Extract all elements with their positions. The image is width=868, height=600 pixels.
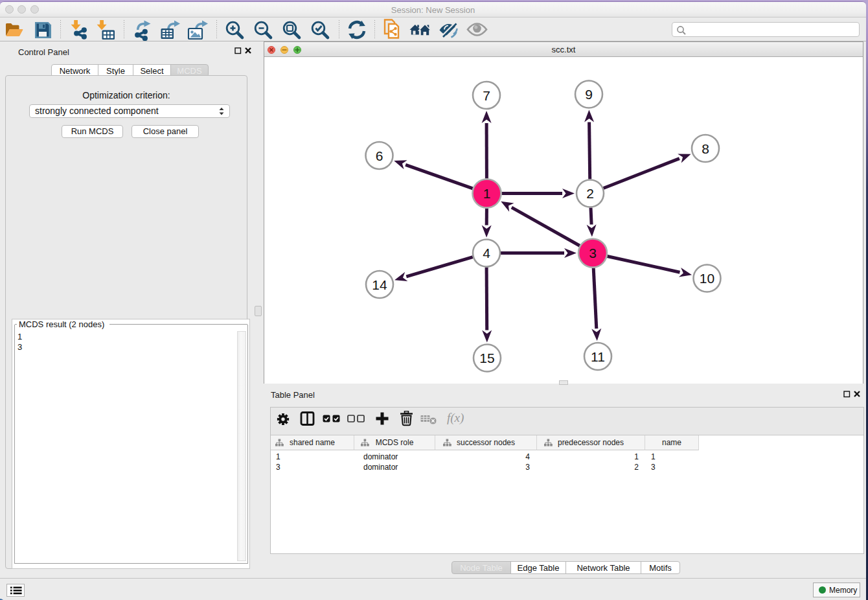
svg-text:15: 15 — [479, 351, 494, 365]
svg-text:1: 1 — [483, 186, 491, 201]
svg-text:6: 6 — [376, 148, 383, 163]
svg-text:11: 11 — [591, 349, 605, 364]
svg-text:3: 3 — [589, 246, 597, 260]
svg-text:10: 10 — [700, 271, 714, 286]
svg-text:4: 4 — [483, 246, 490, 260]
svg-text:2: 2 — [586, 186, 594, 201]
svg-text:14: 14 — [372, 277, 387, 292]
svg-text:9: 9 — [585, 87, 593, 102]
svg-text:8: 8 — [702, 141, 709, 156]
svg-text:7: 7 — [483, 88, 490, 103]
